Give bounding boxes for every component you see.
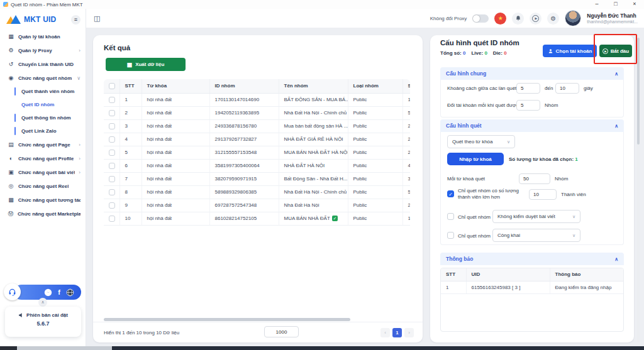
settings-gear-icon[interactable]: ⚙ [547,13,559,25]
only-group-checkbox-1[interactable] [447,213,454,220]
table-row: 5hội nhà đất312155557153548MUA BÁN NHÀ Đ… [104,146,410,159]
per-keyword-unit: Nhóm [555,176,568,182]
row-checkbox[interactable] [109,136,115,143]
min-members-input[interactable] [529,189,557,200]
sidebar-item-quan-ly-tai-khoan[interactable]: ▦Quản lý tài khoản [0,30,86,43]
select-all-checkbox[interactable] [109,83,115,89]
pagination-info: Hiển thị 1 đến 10 trong 10 Dữ liệu [104,330,179,336]
row-checkbox[interactable] [109,110,115,116]
maximize-button[interactable]: □ [606,0,625,9]
sidebar-collapse-button[interactable]: ≡ [71,15,80,25]
row-checkbox[interactable] [109,176,115,182]
user-name: Nguyễn Đức Thanh [587,13,638,19]
user-info[interactable]: Nguyễn Đức Thanh thanhnd@phanmemmkt... [587,13,638,23]
sidebar-item-label: Chức năng quét tương tác [18,197,80,203]
sidebar-item-quet-link-zalo[interactable]: Quét Link Zalo [0,124,86,138]
tree-guide [14,114,16,122]
user-email: thanhnd@phanmemmkt... [587,19,638,24]
proxy-toggle[interactable] [472,14,489,23]
version-number: 5.6.7 [5,320,81,327]
select-account-button[interactable]: Chọn tài khoản [543,45,597,57]
row-checkbox[interactable] [109,163,115,169]
vertical-scrollbar-thumb[interactable] [637,38,640,145]
next-page-button[interactable]: › [404,328,414,337]
gap-unit-label: giây [584,85,593,91]
panel-toggle-icon[interactable]: ◫ [94,14,100,23]
export-data-button[interactable]: ▦ Xuất dữ liệu [106,58,186,71]
sidebar-item-chuc-nang-quet-bai-viet[interactable]: ▣Chức năng quét bài viết› [0,165,86,179]
sidebar-item-chuc-nang-quet-page[interactable]: ▤Chức năng quét Page› [0,138,86,151]
row-checkbox[interactable] [109,150,115,156]
vip-star-icon[interactable]: ★ [494,13,506,25]
collapse-icon: ∧ [614,71,618,77]
table-row: 2hội nhà đất1942052119363895Nhà Đất Hà N… [104,106,410,119]
taskbar-strip [0,346,644,350]
table-cell: hội nhà đất [142,133,209,146]
chuc-nang-quet-bai-viet-icon: ▣ [8,169,14,175]
table-cell: Public [348,146,402,159]
sidebar-item-chuyen-link-thanh-uid[interactable]: ↺Chuyển Link thành UID [0,57,86,71]
sidebar-item-label: Quét Link Zalo [21,128,57,134]
page-1-button[interactable]: 1 [392,328,402,337]
sidebar-item-quet-thanh-vien-nhom[interactable]: Quét thành viên nhóm [0,85,86,98]
start-button[interactable]: ▶ Bắt đầu [599,45,632,57]
sidebar-item-quan-ly-proxy[interactable]: ⚙Quản lý Proxy› [0,43,86,57]
support-icon[interactable] [4,283,21,300]
gap-from-input[interactable] [516,83,540,94]
chevron-icon: › [79,156,80,161]
sidebar-item-label: Chức năng quét bài viết [18,170,75,175]
chuc-nang-quet-reel-icon: ◎ [8,183,14,189]
tutorial-play-icon[interactable]: ▶ [530,13,541,25]
avatar[interactable] [565,10,581,26]
sidebar-item-chuc-nang-quet-nhom[interactable]: ◉Chức năng quét nhóm∨ [0,71,86,85]
table-cell: 1 [441,281,466,293]
sidebar-item-chuc-nang-quet-marketplace[interactable]: ⓂChức năng quét Marketplace [0,207,86,221]
facebook-icon[interactable]: f [58,289,60,296]
gap-mid-label: đến [545,85,553,91]
total-count: 0 [463,50,465,56]
enter-keywords-button[interactable]: Nhập từ khoá [447,153,504,165]
approval-filter-select[interactable]: Không kiểm duyệt bài viết∨ [492,210,580,223]
sidebar-item-quet-id-nhom[interactable]: Quét ID nhóm [0,98,86,111]
globe-icon[interactable] [66,288,74,297]
sidebar-item-chuc-nang-quet-profile[interactable]: ◐Chức năng quét Profile› [0,151,86,165]
per-keyword-input[interactable] [519,173,550,184]
scan-config-header[interactable]: Cấu hình quét ∧ [440,119,624,132]
general-config-header[interactable]: Cấu hình chung ∧ [440,67,624,80]
version-collapse-icon[interactable]: ∧ [38,298,47,307]
only-group-checkbox-2[interactable] [447,232,454,239]
notifications-header[interactable]: Thông báo ∧ [440,253,624,265]
column-header: UID [466,268,550,281]
table-cell: 697287572547348 [209,199,279,212]
sidebar-item-chuc-nang-quet-tuong-tac[interactable]: ▩Chức năng quét tương tác [0,193,86,207]
page-size-input[interactable] [264,326,299,337]
table-cell: 10 [119,212,142,225]
prev-page-button[interactable]: ‹ [380,328,390,337]
privacy-filter-select[interactable]: Công khai∨ [492,229,580,242]
results-panel: Kết quả ▦ Xuất dữ liệu STTTừ khóaID nhóm… [93,35,423,342]
table-cell: 1701130147014690 [209,93,279,106]
row-checkbox[interactable] [109,123,115,129]
sidebar-item-chuc-nang-quet-reel[interactable]: ◎Chức năng quét Reel [0,179,86,193]
gap-to-input[interactable] [555,83,579,94]
row-checkbox[interactable] [109,202,115,209]
switch-account-input[interactable] [516,100,540,111]
notifications-table-container: STTUIDThông báo 161556163245983 [ 3 ]Đan… [440,268,624,332]
mkt-logo-icon [6,14,21,25]
notifications-bell-icon[interactable] [512,13,524,25]
play-icon: ▶ [602,48,608,54]
sidebar-item-quet-thong-tin-nhom[interactable]: Quét thông tin nhóm [0,111,86,124]
row-checkbox[interactable] [109,216,115,222]
messenger-icon[interactable] [44,288,52,297]
min-members-label: Chỉ quét nhóm có số lượng thành viên lớn… [458,188,528,201]
table-cell: Public [348,185,402,199]
row-checkbox[interactable] [109,189,115,195]
row-checkbox[interactable] [109,97,115,103]
close-button[interactable]: × [625,0,644,9]
minimize-button[interactable]: – [587,0,606,9]
horizontal-scrollbar-thumb[interactable] [104,318,350,321]
scan-mode-select[interactable]: Quét theo từ khóa∨ [447,135,515,148]
table-cell: 2 [402,199,410,212]
table-cell: hội nhà đất [142,159,209,172]
min-members-checkbox[interactable]: ✓ [447,190,454,197]
